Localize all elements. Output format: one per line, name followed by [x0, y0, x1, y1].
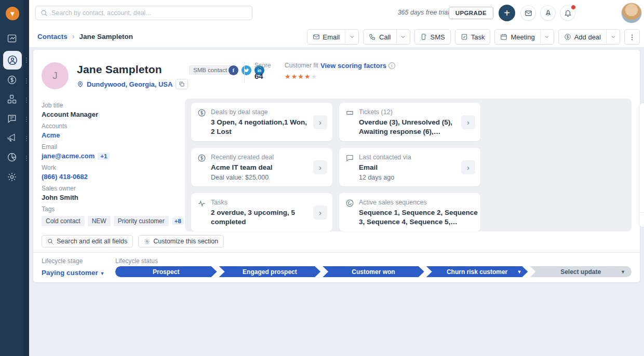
tasks-card[interactable]: Tasks 2 overdue, 3 upcoming, 5 completed… [191, 193, 332, 231]
lifecycle-stage-prospect[interactable]: Prospect [115, 266, 217, 277]
customer-fit-stars: ★★★★★ [285, 72, 318, 81]
sequence-disc-icon [345, 199, 354, 208]
campaigns-more-dots[interactable] [25, 135, 28, 142]
last-contacted-card[interactable]: Last contacted via Email 12 days ago › [339, 148, 480, 186]
upgrade-button[interactable]: UPGRADE [449, 7, 493, 19]
sidebar-item-products[interactable] [6, 93, 18, 105]
meeting-button[interactable]: Meeting [495, 30, 540, 44]
email-dropdown-button[interactable] [345, 30, 358, 44]
sidebar-item-conversations[interactable] [6, 112, 18, 125]
view-all-notes-link[interactable]: View all notes [639, 212, 644, 227]
email-button[interactable]: Email [307, 30, 345, 44]
copy-button[interactable] [176, 79, 188, 89]
card-title: Last contacted via [359, 154, 474, 161]
tag-chip[interactable]: NEW [88, 216, 111, 226]
recent-deal-card[interactable]: Recently created deal Acme IT team deal … [191, 148, 332, 186]
lifecycle-divider [33, 252, 640, 253]
tag-chip[interactable]: Cold contact [42, 216, 85, 226]
card-value: Overdue (3), Unresolved (5), Awaiting re… [359, 118, 455, 136]
chevron-down-icon: ▼ [517, 269, 521, 275]
call-button[interactable]: Call [364, 30, 396, 44]
search-input[interactable] [51, 9, 247, 17]
chevron-down-icon: ▼ [621, 269, 625, 275]
star-icon: ★ [304, 73, 311, 80]
assistant-button[interactable] [540, 5, 556, 21]
view-scoring-factors-link[interactable]: View scoring factors [320, 62, 386, 70]
tags-more-chip[interactable]: +8 [172, 217, 184, 225]
user-avatar[interactable] [621, 3, 642, 23]
deals-card-chevron-button[interactable]: › [313, 115, 327, 129]
tag-chip[interactable]: Priority customer [114, 216, 169, 226]
lifecycle-stage-dropdown[interactable]: Paying customer ▼ [42, 269, 104, 277]
email-value-link[interactable]: jane@acme.com [42, 152, 95, 160]
sidebar-item-campaigns[interactable] [6, 131, 18, 144]
card-title: Recently created deal [211, 154, 326, 161]
dollar-circle-icon [197, 154, 206, 162]
contact-type-badge: SMB contact [189, 65, 231, 75]
facebook-icon[interactable]: f [229, 65, 238, 75]
breadcrumb-current: Jane Sampleton [79, 33, 133, 40]
tasks-card-chevron-button[interactable]: › [313, 206, 327, 220]
task-button[interactable]: Task [455, 30, 490, 44]
sales-sequences-card[interactable]: Active sales sequences Sequence 1, Seque… [339, 193, 480, 231]
email-inbox-button[interactable] [520, 5, 536, 21]
sidebar-item-deals[interactable] [6, 74, 18, 86]
conversations-more-dots[interactable] [25, 116, 28, 123]
contacts-more-dots[interactable] [25, 57, 28, 64]
more-actions-button[interactable]: ⋮ [624, 29, 640, 45]
freshworks-logo-icon[interactable]: ▼ [6, 7, 19, 20]
app-sidebar: ▼ [0, 0, 29, 356]
twitter-icon[interactable] [242, 65, 251, 75]
search-edit-fields-button[interactable]: Search and edit all fields [42, 235, 133, 248]
dollar-circle-icon [197, 108, 206, 117]
sidebar-item-dashboard[interactable] [6, 32, 18, 45]
field-accounts: Accounts Acme [42, 122, 67, 139]
sidebar-item-contacts[interactable] [3, 51, 22, 70]
score-block: Score 64 [254, 62, 271, 80]
email-more-chip[interactable]: +1 [98, 153, 110, 160]
global-search[interactable] [35, 6, 252, 20]
recent-deal-chevron-button[interactable]: › [313, 160, 327, 174]
info-icon[interactable]: i [388, 62, 395, 69]
chat-bubble-icon [345, 154, 354, 162]
lifecycle-stage-select-update[interactable]: Select update▼ [530, 266, 632, 277]
tickets-card-chevron-button[interactable]: › [461, 115, 475, 129]
record-actions: Email Call SMS Task Me [307, 29, 640, 45]
task-button-group: Task [455, 29, 491, 45]
sidebar-rail [23, 0, 29, 356]
lifecycle-stage-churn-risk[interactable]: Churn risk customer▼ [426, 266, 528, 277]
meeting-dropdown-button[interactable] [540, 30, 554, 44]
contact-location-link[interactable]: Dundywood, Georgia, USA [87, 80, 172, 88]
deals-more-dots[interactable] [25, 77, 28, 85]
products-more-dots[interactable] [25, 97, 28, 104]
dollar-circle-icon [564, 33, 571, 40]
copy-icon [179, 81, 185, 87]
add-deal-dropdown-button[interactable] [606, 30, 620, 44]
card-value: Email [359, 163, 455, 172]
add-deal-button[interactable]: Add deal [559, 30, 606, 44]
meeting-button-group: Meeting [494, 29, 554, 45]
work-label: Work [42, 164, 88, 171]
lifecycle-stage-customer-won[interactable]: Customer won [323, 266, 424, 277]
tickets-card[interactable]: Tickets (12) Overdue (3), Unresolved (5)… [339, 103, 480, 141]
sidebar-item-settings[interactable] [6, 171, 18, 183]
notifications-button[interactable] [560, 5, 575, 21]
card-title: Tickets (12) [359, 108, 474, 116]
sidebar-item-analytics[interactable] [6, 151, 18, 163]
sms-button[interactable]: SMS [415, 30, 450, 44]
chevron-down-icon [400, 34, 406, 40]
analytics-more-dots[interactable] [25, 155, 28, 162]
deals-by-stage-card[interactable]: Deals by deal stage 3 Open, 4 negotiatio… [191, 103, 332, 141]
score-value: 64 [254, 72, 271, 80]
bell-icon [564, 9, 572, 17]
accounts-label: Accounts [42, 122, 67, 130]
accounts-value-link[interactable]: Acme [42, 131, 67, 139]
quick-add-button[interactable]: + [499, 5, 515, 21]
lifecycle-stage-engaged-prospect[interactable]: Engaged prospect [219, 266, 321, 277]
field-email: Email jane@acme.com+1 [42, 143, 110, 160]
customize-section-button[interactable]: Customize this section [138, 235, 224, 248]
last-contacted-chevron-button[interactable]: › [461, 160, 475, 174]
breadcrumb-contacts-link[interactable]: Contacts [37, 33, 68, 40]
call-dropdown-button[interactable] [396, 30, 410, 44]
work-phone-link[interactable]: (866) 418-0682 [42, 173, 88, 181]
